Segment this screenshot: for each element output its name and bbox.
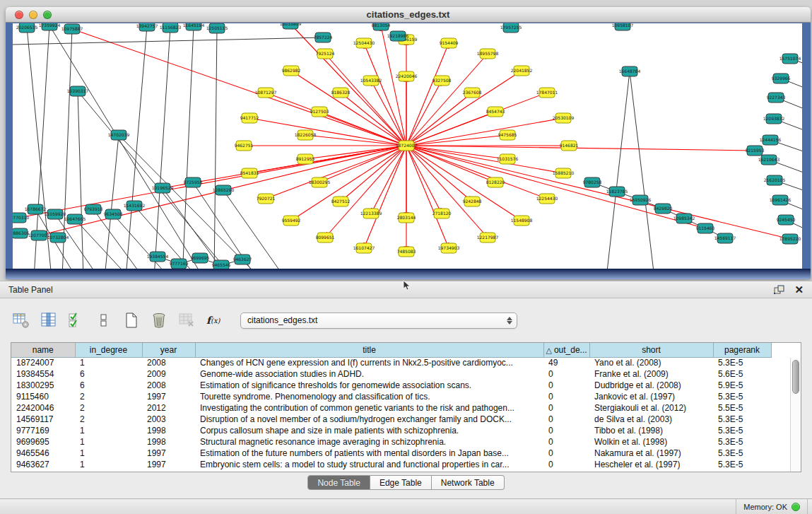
network-node[interactable]: 12217987 — [477, 233, 499, 243]
column-header-short[interactable]: short — [589, 343, 713, 357]
column-header-in_degree[interactable]: in_degree — [75, 343, 142, 357]
network-node[interactable]: 9327508 — [433, 76, 452, 86]
network-node[interactable]: 9242848 — [463, 197, 482, 206]
network-node[interactable]: 9465546 — [212, 260, 231, 269]
table-row[interactable]: 911546021997Tourette syndrome. Phenomeno… — [11, 391, 771, 402]
network-node[interactable]: 9329966 — [772, 74, 791, 83]
network-node[interactable]: 10958107 — [612, 23, 634, 30]
network-node[interactable]: 15751074 — [779, 54, 801, 64]
table-row[interactable]: 969969511998Structural magnetic resonanc… — [11, 436, 771, 448]
network-node[interactable]: 2367608 — [463, 88, 482, 98]
float-panel-icon[interactable] — [774, 285, 784, 294]
network-node[interactable]: 6793918 — [84, 204, 103, 214]
network-node[interactable]: 17957255 — [500, 23, 522, 33]
network-node[interactable]: 9154409 — [440, 38, 459, 48]
network-node[interactable]: 19384554 — [147, 252, 169, 262]
table-row[interactable]: 1938455462009Genome-wide association stu… — [11, 368, 771, 380]
new-column-icon[interactable] — [123, 312, 140, 329]
table-row[interactable]: 2242004622012Investigating the contribut… — [11, 402, 771, 414]
network-node[interactable]: 9886306 — [13, 228, 30, 238]
close-panel-icon[interactable]: ✕ — [794, 284, 804, 295]
network-node[interactable]: 10647665 — [64, 214, 86, 224]
network-node[interactable]: 12865290 — [213, 185, 235, 195]
network-node[interactable]: 18226058 — [295, 130, 317, 140]
network-node[interactable]: 14569117 — [714, 233, 736, 243]
network-node[interactable]: 16210643 — [758, 155, 780, 165]
network-node[interactable]: 11431692 — [124, 201, 146, 211]
column-header-out_degree[interactable]: △out_de... — [543, 343, 589, 357]
select-all-checks-icon[interactable] — [68, 312, 85, 329]
network-node[interactable]: 16033809 — [280, 23, 302, 29]
network-node[interactable]: 22420046 — [396, 71, 418, 81]
network-node[interactable]: 8186328 — [331, 88, 351, 98]
network-node[interactable]: 11059920 — [45, 209, 66, 219]
network-node[interactable]: 15885210 — [553, 168, 575, 178]
network-node[interactable]: 16648784 — [619, 66, 641, 76]
network-node[interactable]: 9559492 — [282, 216, 301, 226]
network-node[interactable]: 11548908 — [511, 216, 533, 226]
network-node[interactable]: 7925124 — [316, 49, 335, 59]
network-node[interactable]: 8813054 — [372, 23, 391, 30]
network-node[interactable]: 12254430 — [536, 194, 558, 204]
network-node[interactable]: 10732804 — [47, 233, 69, 243]
network-node[interactable]: 12093832 — [763, 114, 785, 124]
network-node[interactable]: 17895220 — [779, 234, 801, 244]
delete-table-disabled-icon[interactable] — [178, 312, 195, 329]
network-node[interactable]: 10985342 — [673, 214, 695, 223]
network-node[interactable]: 8215953 — [746, 146, 765, 156]
table-row[interactable]: 946362711997Embryonic stem cells: a mode… — [11, 459, 771, 470]
network-node[interactable]: 17847011 — [536, 88, 558, 98]
network-node[interactable]: 20530109 — [553, 113, 575, 123]
table-row[interactable]: 1456911722003Disruption of a novel membe… — [11, 414, 771, 425]
column-header-name[interactable]: name — [11, 343, 75, 357]
network-node[interactable]: 10543382 — [360, 76, 382, 86]
network-node[interactable]: 9245450 — [777, 215, 796, 225]
network-node[interactable]: 9463627 — [233, 255, 252, 264]
network-node[interactable]: 11156823 — [160, 23, 182, 33]
network-node[interactable]: 18300295 — [309, 177, 331, 187]
network-node[interactable]: 16107427 — [353, 243, 375, 253]
network-node[interactable]: 19218986 — [387, 31, 409, 41]
table-row[interactable]: 1872400712008Changes of HCN gene express… — [11, 357, 771, 368]
function-builder-fx-icon[interactable]: f (x) — [206, 312, 223, 329]
network-node[interactable]: 12504430 — [353, 38, 375, 48]
network-node[interactable]: 8454743 — [486, 107, 505, 117]
network-node[interactable]: 10975887 — [61, 24, 83, 34]
network-node[interactable]: 21620105 — [764, 175, 786, 185]
network-node[interactable]: 17359924 — [39, 23, 61, 30]
network-node[interactable]: 2718120 — [433, 209, 452, 218]
network-node[interactable]: 15950926 — [630, 195, 652, 205]
network-node[interactable]: 7920721 — [257, 194, 276, 204]
network-node[interactable]: 2803144 — [397, 213, 416, 223]
network-node[interactable]: 9462751 — [235, 141, 254, 151]
network-canvas[interactable]: 1872400791468211588521012254430115489081… — [13, 23, 802, 269]
network-node[interactable]: 20206535 — [16, 23, 38, 33]
network-node[interactable]: 13942757 — [136, 23, 158, 31]
scrollbar-thumb[interactable] — [792, 360, 799, 394]
select-columns-icon[interactable] — [40, 312, 57, 329]
network-node[interactable]: 16961426 — [770, 195, 792, 205]
network-node[interactable]: 9780258 — [583, 177, 602, 187]
network-node[interactable]: 8427512 — [331, 197, 351, 206]
network-node[interactable]: 16786672 — [25, 204, 47, 214]
column-header-pagerank[interactable]: pagerank — [713, 343, 771, 357]
network-node[interactable]: 9699695 — [191, 253, 210, 263]
column-header-year[interactable]: year — [142, 343, 195, 357]
network-node[interactable]: 11645194 — [183, 23, 205, 30]
network-node[interactable]: 9475685 — [498, 130, 517, 140]
network-node[interactable]: 9227343 — [767, 93, 786, 103]
network-node[interactable]: 9634508 — [104, 209, 123, 219]
table-select-dropdown[interactable]: citations_edges.txt — [240, 313, 517, 329]
network-node[interactable]: 18955798 — [477, 49, 499, 59]
column-header-title[interactable]: title — [195, 343, 543, 357]
network-node[interactable]: 9777169 — [170, 259, 189, 269]
network-node[interactable]: 12505115 — [206, 23, 228, 33]
table-mode-icon[interactable] — [13, 312, 30, 329]
network-node[interactable]: 9146821 — [560, 141, 579, 151]
table-row[interactable]: 1830029562008Estimation of significance … — [11, 380, 771, 391]
network-node[interactable]: 9115460 — [696, 223, 715, 233]
network-node[interactable]: 11031576 — [497, 154, 519, 164]
network-node[interactable]: 8912955 — [296, 154, 315, 164]
network-node[interactable]: 9127503 — [310, 107, 329, 117]
network-node[interactable]: 8099651 — [316, 233, 335, 243]
